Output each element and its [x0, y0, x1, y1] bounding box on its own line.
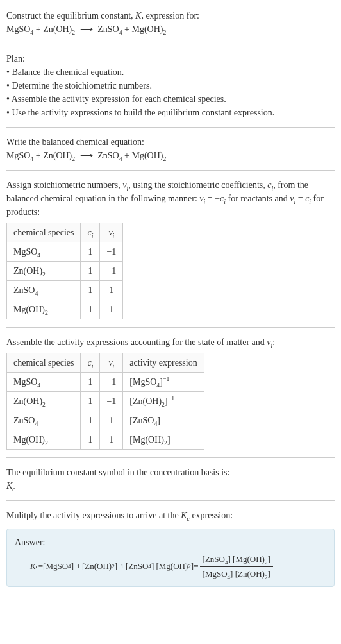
assemble-activity: Assemble the activity expressions accoun… [6, 332, 335, 453]
balanced-label: Write the balanced chemical equation: [6, 135, 335, 149]
equation-balanced: MgSO4 + Zn(OH)2 ⟶ ZnSO4 + Mg(OH)2 [6, 151, 166, 160]
kc-symbol: The equilibrium constant symbol in the c… [6, 462, 335, 496]
denominator: [MgSO4] [Zn(OH)2] [200, 566, 273, 580]
table-header-row: chemical species ci νi [7, 223, 123, 242]
balanced-equation: Write the balanced chemical equation: Mg… [6, 131, 335, 166]
assign-stoich: Assign stoichiometric numbers, νi, using… [6, 174, 335, 323]
intro-text: Construct the equilibrium constant, [6, 11, 135, 21]
table-row: Mg(OH)211 [7, 300, 123, 319]
divider [6, 170, 335, 171]
divider [6, 457, 335, 458]
intro-suffix: , expression for: [141, 11, 199, 21]
table-header-row: chemical species ci νi activity expressi… [7, 353, 204, 373]
answer-box: Answer: Kc = [MgSO4]−1 [Zn(OH)2]−1 [ZnSO… [6, 529, 335, 587]
divider [6, 44, 335, 44]
numerator: [ZnSO4] [Mg(OH)2] [200, 553, 273, 566]
equation-unbalanced: MgSO4 + Zn(OH)2 ⟶ ZnSO4 + Mg(OH)2 [6, 24, 166, 34]
activity-table: chemical species ci νi activity expressi… [6, 353, 204, 450]
reaction-arrow-icon: ⟶ [78, 24, 96, 34]
divider [6, 327, 335, 328]
table-row: Mg(OH)211[Mg(OH)2] [7, 430, 204, 450]
plan-item: • Balance the chemical equation. [6, 65, 335, 79]
intro: Construct the equilibrium constant, K, e… [6, 5, 335, 40]
col-ci: ci [81, 223, 100, 242]
table-row: ZnSO411[ZnSO4] [7, 411, 204, 430]
k-var: K [135, 11, 141, 21]
reaction-arrow-icon: ⟶ [78, 151, 96, 160]
kc-var: Kc [6, 479, 335, 493]
table-row: MgSO41−1 [7, 242, 123, 262]
answer-label: Answer: [15, 536, 326, 549]
table-row: ZnSO411 [7, 281, 123, 300]
col-species: chemical species [7, 353, 81, 373]
kc-expression: Kc = [MgSO4]−1 [Zn(OH)2]−1 [ZnSO4] [Mg(O… [15, 553, 326, 580]
plan-title: Plan: [6, 52, 335, 65]
multiply-section: Mulitply the activity expressions to arr… [6, 505, 335, 526]
kc-symbol-text: The equilibrium constant symbol in the c… [6, 466, 335, 479]
plan-item: • Assemble the activity expression for e… [6, 92, 335, 106]
divider [6, 127, 335, 128]
table-row: MgSO41−1[MgSO4]−1 [7, 373, 204, 392]
col-ci: ci [81, 353, 100, 373]
table-row: Zn(OH)21−1 [7, 262, 123, 281]
col-vi: νi [100, 353, 123, 373]
table-row: Zn(OH)21−1[Zn(OH)2]−1 [7, 392, 204, 411]
col-vi: νi [100, 223, 123, 242]
col-species: chemical species [7, 223, 81, 242]
plan-item: • Determine the stoichiometric numbers. [6, 79, 335, 92]
col-activity: activity expression [123, 353, 204, 373]
stoich-table: chemical species ci νi MgSO41−1 Zn(OH)21… [6, 223, 123, 319]
plan: Plan: • Balance the chemical equation. •… [6, 48, 335, 123]
fraction: [ZnSO4] [Mg(OH)2] [MgSO4] [Zn(OH)2] [200, 553, 273, 580]
plan-item: • Use the activity expressions to build … [6, 106, 335, 119]
divider [6, 500, 335, 501]
